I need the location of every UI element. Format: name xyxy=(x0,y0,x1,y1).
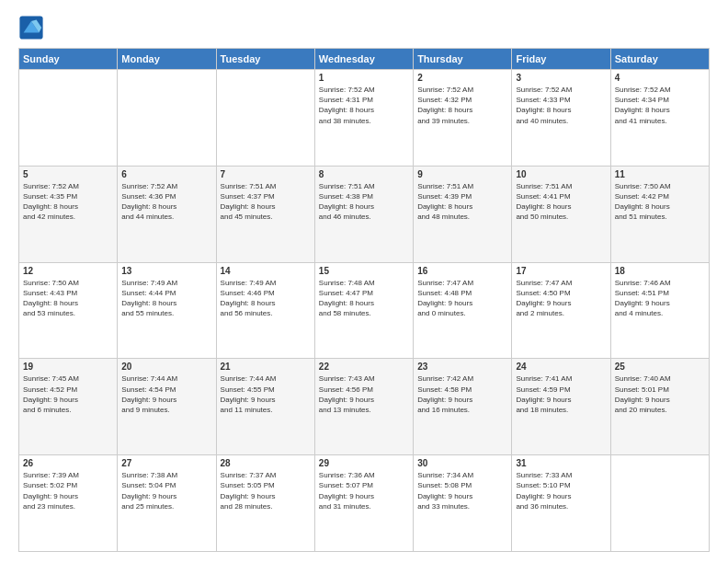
calendar-cell: 27Sunrise: 7:38 AM Sunset: 5:04 PM Dayli… xyxy=(118,455,216,552)
day-content: Sunrise: 7:52 AM Sunset: 4:35 PM Dayligh… xyxy=(23,181,113,223)
day-content: Sunrise: 7:47 AM Sunset: 4:48 PM Dayligh… xyxy=(417,278,507,319)
day-content: Sunrise: 7:49 AM Sunset: 4:44 PM Dayligh… xyxy=(121,278,211,319)
day-number: 22 xyxy=(319,362,409,372)
week-row-5: 26Sunrise: 7:39 AM Sunset: 5:02 PM Dayli… xyxy=(19,455,710,552)
calendar-cell: 10Sunrise: 7:51 AM Sunset: 4:41 PM Dayli… xyxy=(512,166,610,262)
day-content: Sunrise: 7:50 AM Sunset: 4:42 PM Dayligh… xyxy=(615,181,705,223)
calendar-page: SundayMondayTuesdayWednesdayThursdayFrid… xyxy=(0,0,728,563)
day-number: 11 xyxy=(615,169,705,179)
day-content: Sunrise: 7:43 AM Sunset: 4:56 PM Dayligh… xyxy=(319,373,409,415)
day-content: Sunrise: 7:51 AM Sunset: 4:37 PM Dayligh… xyxy=(221,181,311,223)
col-header-wednesday: Wednesday xyxy=(314,49,413,70)
day-content: Sunrise: 7:37 AM Sunset: 5:05 PM Dayligh… xyxy=(221,470,311,511)
day-number: 1 xyxy=(319,73,409,83)
week-row-2: 5Sunrise: 7:52 AM Sunset: 4:35 PM Daylig… xyxy=(19,166,710,262)
calendar-cell: 11Sunrise: 7:50 AM Sunset: 4:42 PM Dayli… xyxy=(610,166,709,262)
day-content: Sunrise: 7:42 AM Sunset: 4:58 PM Dayligh… xyxy=(417,373,507,415)
day-content: Sunrise: 7:49 AM Sunset: 4:46 PM Dayligh… xyxy=(221,278,311,319)
day-content: Sunrise: 7:47 AM Sunset: 4:50 PM Dayligh… xyxy=(516,278,606,319)
day-content: Sunrise: 7:52 AM Sunset: 4:33 PM Dayligh… xyxy=(516,85,606,126)
day-content: Sunrise: 7:44 AM Sunset: 4:55 PM Dayligh… xyxy=(221,373,311,415)
day-number: 4 xyxy=(615,73,705,83)
calendar-cell: 21Sunrise: 7:44 AM Sunset: 4:55 PM Dayli… xyxy=(216,359,314,455)
calendar-cell: 6Sunrise: 7:52 AM Sunset: 4:36 PM Daylig… xyxy=(118,166,216,262)
calendar-cell: 22Sunrise: 7:43 AM Sunset: 4:56 PM Dayli… xyxy=(314,359,413,455)
calendar-cell: 4Sunrise: 7:52 AM Sunset: 4:34 PM Daylig… xyxy=(610,70,709,167)
day-number: 29 xyxy=(319,458,409,468)
header xyxy=(18,15,710,40)
day-number: 14 xyxy=(221,266,311,276)
day-content: Sunrise: 7:45 AM Sunset: 4:52 PM Dayligh… xyxy=(23,373,113,415)
day-number: 13 xyxy=(121,266,211,276)
calendar-cell: 13Sunrise: 7:49 AM Sunset: 4:44 PM Dayli… xyxy=(118,262,216,359)
day-number: 26 xyxy=(23,458,113,468)
calendar-cell xyxy=(610,455,709,552)
day-number: 19 xyxy=(23,362,113,372)
calendar-cell xyxy=(19,70,118,167)
day-content: Sunrise: 7:38 AM Sunset: 5:04 PM Dayligh… xyxy=(121,470,211,511)
calendar-cell: 24Sunrise: 7:41 AM Sunset: 4:59 PM Dayli… xyxy=(512,359,610,455)
calendar-cell: 26Sunrise: 7:39 AM Sunset: 5:02 PM Dayli… xyxy=(19,455,118,552)
col-header-saturday: Saturday xyxy=(610,49,709,70)
calendar-cell: 2Sunrise: 7:52 AM Sunset: 4:32 PM Daylig… xyxy=(414,70,512,167)
day-number: 17 xyxy=(516,266,606,276)
calendar-cell: 16Sunrise: 7:47 AM Sunset: 4:48 PM Dayli… xyxy=(414,262,512,359)
calendar-cell: 29Sunrise: 7:36 AM Sunset: 5:07 PM Dayli… xyxy=(314,455,413,552)
day-number: 25 xyxy=(615,362,705,372)
calendar-cell: 25Sunrise: 7:40 AM Sunset: 5:01 PM Dayli… xyxy=(610,359,709,455)
calendar-cell: 1Sunrise: 7:52 AM Sunset: 4:31 PM Daylig… xyxy=(314,70,413,167)
calendar-cell: 15Sunrise: 7:48 AM Sunset: 4:47 PM Dayli… xyxy=(314,262,413,359)
calendar-cell: 12Sunrise: 7:50 AM Sunset: 4:43 PM Dayli… xyxy=(19,262,118,359)
day-number: 3 xyxy=(516,73,606,83)
day-content: Sunrise: 7:44 AM Sunset: 4:54 PM Dayligh… xyxy=(121,373,211,415)
day-content: Sunrise: 7:48 AM Sunset: 4:47 PM Dayligh… xyxy=(319,278,409,319)
col-header-friday: Friday xyxy=(512,49,610,70)
calendar-cell: 17Sunrise: 7:47 AM Sunset: 4:50 PM Dayli… xyxy=(512,262,610,359)
day-content: Sunrise: 7:36 AM Sunset: 5:07 PM Dayligh… xyxy=(319,470,409,511)
day-number: 30 xyxy=(417,458,507,468)
day-number: 31 xyxy=(516,458,606,468)
calendar-cell: 5Sunrise: 7:52 AM Sunset: 4:35 PM Daylig… xyxy=(19,166,118,262)
calendar-cell: 9Sunrise: 7:51 AM Sunset: 4:39 PM Daylig… xyxy=(414,166,512,262)
day-content: Sunrise: 7:41 AM Sunset: 4:59 PM Dayligh… xyxy=(516,373,606,415)
calendar-cell xyxy=(118,70,216,167)
day-number: 12 xyxy=(23,266,113,276)
day-content: Sunrise: 7:51 AM Sunset: 4:39 PM Dayligh… xyxy=(417,181,507,223)
day-number: 9 xyxy=(417,169,507,179)
day-number: 6 xyxy=(121,169,211,179)
col-header-sunday: Sunday xyxy=(19,49,118,70)
day-content: Sunrise: 7:34 AM Sunset: 5:08 PM Dayligh… xyxy=(417,470,507,511)
day-content: Sunrise: 7:51 AM Sunset: 4:38 PM Dayligh… xyxy=(319,181,409,223)
day-number: 5 xyxy=(23,169,113,179)
calendar-cell: 3Sunrise: 7:52 AM Sunset: 4:33 PM Daylig… xyxy=(512,70,610,167)
calendar-cell: 28Sunrise: 7:37 AM Sunset: 5:05 PM Dayli… xyxy=(216,455,314,552)
calendar-cell: 23Sunrise: 7:42 AM Sunset: 4:58 PM Dayli… xyxy=(414,359,512,455)
day-number: 7 xyxy=(221,169,311,179)
week-row-4: 19Sunrise: 7:45 AM Sunset: 4:52 PM Dayli… xyxy=(19,359,710,455)
day-content: Sunrise: 7:52 AM Sunset: 4:34 PM Dayligh… xyxy=(615,85,705,126)
calendar-cell: 19Sunrise: 7:45 AM Sunset: 4:52 PM Dayli… xyxy=(19,359,118,455)
calendar-cell: 30Sunrise: 7:34 AM Sunset: 5:08 PM Dayli… xyxy=(414,455,512,552)
day-content: Sunrise: 7:46 AM Sunset: 4:51 PM Dayligh… xyxy=(615,278,705,319)
day-content: Sunrise: 7:33 AM Sunset: 5:10 PM Dayligh… xyxy=(516,470,606,511)
day-content: Sunrise: 7:40 AM Sunset: 5:01 PM Dayligh… xyxy=(615,373,705,415)
day-number: 24 xyxy=(516,362,606,372)
col-header-tuesday: Tuesday xyxy=(216,49,314,70)
calendar-cell xyxy=(216,70,314,167)
calendar-cell: 20Sunrise: 7:44 AM Sunset: 4:54 PM Dayli… xyxy=(118,359,216,455)
week-row-1: 1Sunrise: 7:52 AM Sunset: 4:31 PM Daylig… xyxy=(19,70,710,167)
calendar-table: SundayMondayTuesdayWednesdayThursdayFrid… xyxy=(18,48,710,552)
day-number: 2 xyxy=(417,73,507,83)
day-number: 20 xyxy=(121,362,211,372)
day-number: 15 xyxy=(319,266,409,276)
day-content: Sunrise: 7:52 AM Sunset: 4:32 PM Dayligh… xyxy=(417,85,507,126)
col-header-monday: Monday xyxy=(118,49,216,70)
logo xyxy=(18,15,48,40)
day-content: Sunrise: 7:52 AM Sunset: 4:31 PM Dayligh… xyxy=(319,85,409,126)
calendar-cell: 31Sunrise: 7:33 AM Sunset: 5:10 PM Dayli… xyxy=(512,455,610,552)
calendar-cell: 18Sunrise: 7:46 AM Sunset: 4:51 PM Dayli… xyxy=(610,262,709,359)
col-header-thursday: Thursday xyxy=(414,49,512,70)
week-row-3: 12Sunrise: 7:50 AM Sunset: 4:43 PM Dayli… xyxy=(19,262,710,359)
day-number: 28 xyxy=(221,458,311,468)
day-number: 8 xyxy=(319,169,409,179)
